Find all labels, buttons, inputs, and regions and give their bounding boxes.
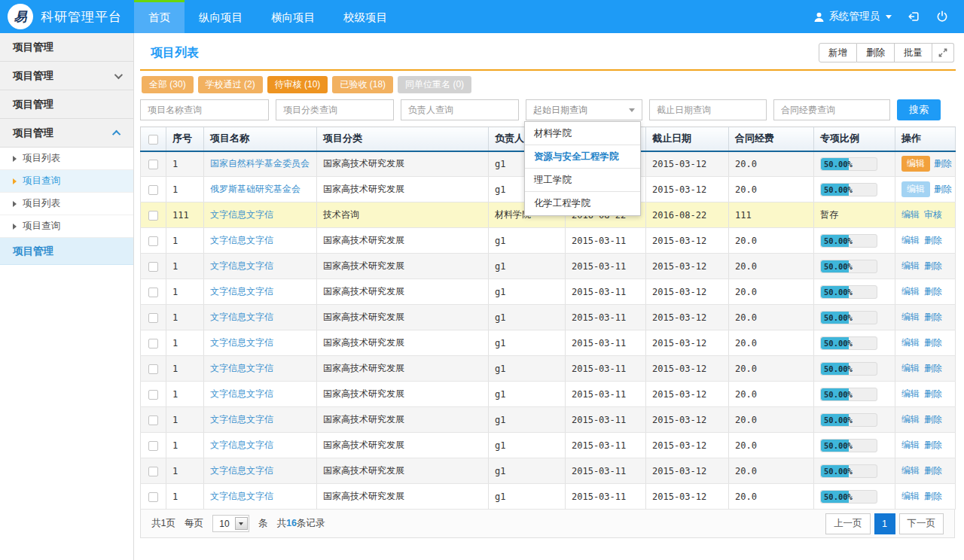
logout-icon[interactable] [907, 10, 920, 23]
nav-tab-school[interactable]: 校级项目 [329, 0, 401, 33]
action-review-link[interactable]: 审核 [924, 209, 942, 220]
action-delete-link[interactable]: 删除 [924, 337, 942, 348]
select-all-checkbox[interactable] [148, 135, 158, 145]
project-name-link[interactable]: 文字信息文字信 [210, 312, 273, 322]
batch-button[interactable]: 批量 [895, 43, 932, 62]
power-icon[interactable] [935, 10, 949, 23]
row-checkbox[interactable] [148, 339, 158, 348]
action-delete-link[interactable]: 删除 [924, 312, 942, 322]
action-delete-link[interactable]: 删除 [924, 235, 942, 245]
sidebar-item-project-list-2[interactable]: 项目列表 [0, 193, 133, 215]
per-page-select[interactable]: 10 [212, 515, 249, 532]
project-name-input[interactable] [140, 99, 269, 120]
project-name-link[interactable]: 俄罗斯基础研究基金会 [210, 184, 300, 194]
row-checkbox[interactable] [148, 211, 158, 221]
nav-tab-home[interactable]: 首页 [134, 0, 185, 33]
project-name-link[interactable]: 文字信息文字信 [210, 286, 273, 297]
end-date-input[interactable] [649, 99, 767, 120]
action-edit-link[interactable]: 编辑 [901, 286, 920, 297]
action-edit-button[interactable]: 编辑 [901, 181, 930, 197]
sidebar-group-1[interactable]: 项目管理 [0, 33, 133, 62]
sidebar-item-project-query-1[interactable]: 项目查询 [0, 170, 133, 193]
action-delete-link[interactable]: 删除 [924, 286, 942, 297]
current-page-button[interactable]: 1 [874, 513, 895, 534]
project-name-link[interactable]: 文字信息文字信 [210, 260, 273, 271]
project-name-link[interactable]: 文字信息文字信 [210, 363, 273, 373]
action-edit-link[interactable]: 编辑 [901, 491, 920, 501]
action-edit-link[interactable]: 编辑 [901, 337, 920, 348]
project-name-link[interactable]: 文字信息文字信 [210, 388, 273, 399]
row-checkbox[interactable] [148, 467, 158, 476]
leader-input[interactable] [401, 99, 519, 120]
sidebar-item-project-query-2[interactable]: 项目查询 [0, 215, 133, 238]
action-edit-link[interactable]: 编辑 [901, 363, 920, 373]
filter-chip-school-passed[interactable]: 学校通过 (2) [198, 76, 263, 93]
row-checkbox[interactable] [148, 288, 158, 297]
row-checkbox[interactable] [148, 313, 158, 323]
action-edit-link[interactable]: 编辑 [901, 209, 920, 220]
action-edit-link[interactable]: 编辑 [901, 235, 920, 245]
expand-icon[interactable] [932, 43, 954, 62]
action-edit-link[interactable]: 编辑 [901, 465, 920, 476]
dropdown-option[interactable]: 理工学院 [525, 169, 640, 192]
nav-tab-horizontal[interactable]: 横向项目 [257, 0, 329, 33]
filter-chip-accepted[interactable]: 已验收 (18) [332, 76, 393, 93]
start-date-select[interactable]: 起始日期查询 [526, 99, 642, 120]
row-checkbox[interactable] [148, 236, 158, 246]
chevron-down-icon [239, 522, 243, 525]
contract-fund-input[interactable] [773, 99, 890, 120]
cell-start-date: 2015-03-11 [566, 382, 646, 407]
next-page-button[interactable]: 下一页 [899, 513, 944, 534]
filter-chip-same-unit-dup[interactable]: 同单位重名 (0) [398, 76, 471, 93]
action-delete-link[interactable]: 删除 [924, 363, 942, 373]
prev-page-button[interactable]: 上一页 [825, 513, 871, 534]
action-delete-link[interactable]: 删除 [924, 260, 942, 271]
dropdown-option[interactable]: 资源与安全工程学院 [525, 145, 640, 169]
row-checkbox[interactable] [148, 492, 158, 502]
row-checkbox[interactable] [148, 185, 158, 195]
sidebar-item-project-management[interactable]: 项目管理 [0, 238, 133, 265]
dropdown-option[interactable]: 化学工程学院 [525, 192, 640, 215]
action-delete-link[interactable]: 删除 [924, 465, 942, 476]
project-name-link[interactable]: 文字信息文字信 [210, 465, 273, 476]
row-checkbox[interactable] [148, 262, 158, 272]
project-name-link[interactable]: 文字信息文字信 [210, 235, 273, 245]
project-category-input[interactable] [276, 99, 394, 120]
nav-tab-vertical[interactable]: 纵向项目 [185, 0, 257, 33]
action-edit-link[interactable]: 编辑 [901, 312, 920, 322]
action-delete-link[interactable]: 删除 [924, 414, 942, 425]
action-delete-link[interactable]: 删除 [924, 440, 942, 450]
project-name-link[interactable]: 文字信息文字信 [210, 337, 273, 348]
project-name-link[interactable]: 国家自然科学基金委员会 [210, 158, 310, 169]
add-button[interactable]: 新增 [819, 43, 857, 62]
row-checkbox[interactable] [148, 390, 158, 400]
action-edit-link[interactable]: 编辑 [901, 260, 920, 271]
sidebar-group-3[interactable]: 项目管理 [0, 90, 133, 119]
per-page-dropdown-button[interactable] [235, 517, 248, 530]
action-delete-link[interactable]: 删除 [934, 184, 952, 194]
search-button[interactable]: 搜索 [897, 99, 941, 120]
dropdown-option[interactable]: 材料学院 [525, 122, 640, 145]
action-edit-link[interactable]: 编辑 [901, 414, 920, 425]
action-edit-button[interactable]: 编辑 [901, 156, 930, 172]
action-edit-link[interactable]: 编辑 [901, 440, 920, 450]
row-checkbox[interactable] [148, 441, 158, 451]
action-delete-link[interactable]: 删除 [924, 491, 942, 501]
action-delete-link[interactable]: 删除 [924, 388, 942, 399]
project-name-link[interactable]: 文字信息文字信 [210, 491, 273, 501]
project-name-link[interactable]: 文字信息文字信 [210, 414, 273, 425]
user-menu[interactable]: 系统管理员 [813, 10, 892, 23]
project-name-link[interactable]: 文字信息文字信 [210, 209, 273, 220]
filter-chip-pending-review[interactable]: 待审核 (10) [267, 76, 328, 93]
row-checkbox[interactable] [148, 364, 158, 374]
action-edit-link[interactable]: 编辑 [901, 388, 920, 399]
sidebar-item-project-list-1[interactable]: 项目列表 [0, 148, 133, 170]
sidebar-group-2[interactable]: 项目管理 [0, 62, 133, 90]
delete-button[interactable]: 删除 [857, 43, 895, 62]
row-checkbox[interactable] [148, 160, 158, 169]
sidebar-group-4[interactable]: 项目管理 [0, 119, 133, 148]
filter-chip-all[interactable]: 全部 (30) [142, 76, 194, 93]
project-name-link[interactable]: 文字信息文字信 [210, 440, 273, 450]
row-checkbox[interactable] [148, 415, 158, 425]
action-delete-link[interactable]: 删除 [934, 158, 952, 169]
